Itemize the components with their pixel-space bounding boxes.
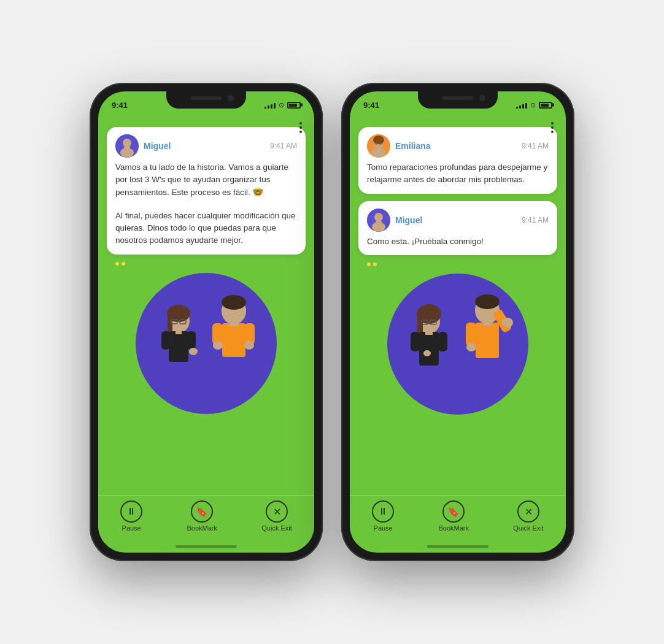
message-meta-miguel-left: Miguel 9:41 AM: [144, 141, 297, 151]
svg-point-16: [222, 295, 246, 310]
message-bubble-miguel-right: Miguel 9:41 AM Como esta. ¡Pruébala conm…: [358, 201, 557, 255]
message-header-emiliana: Emiliana 9:41 AM: [367, 134, 549, 158]
phone-left: 9:41 ⊙: [90, 83, 323, 561]
svg-rect-3: [124, 147, 130, 151]
bookmark-label-left: BookMark: [187, 524, 217, 532]
svg-point-43: [423, 350, 431, 356]
phones-container: 9:41 ⊙: [71, 64, 593, 580]
sender-name-miguel-left: Miguel: [144, 141, 171, 151]
wifi-right: ⊙: [530, 101, 536, 109]
yellow-dots-left: [107, 262, 306, 266]
bar2: [268, 105, 269, 109]
people-circle-left: [136, 273, 277, 414]
rbar2: [519, 105, 521, 109]
svg-point-21: [244, 341, 254, 350]
bar1: [264, 107, 266, 109]
chat-area-right: Emiliana 9:41 AM Tomo reparaciones profu…: [350, 121, 566, 495]
yellow-dots-right: [358, 263, 557, 266]
status-icons-right: ⊙: [516, 101, 552, 109]
rbar4: [525, 103, 527, 109]
speaker-right: [442, 96, 473, 100]
quick-exit-label-right: Quick Exit: [513, 524, 544, 532]
rdot3: [551, 131, 554, 133]
rdot2: [551, 126, 554, 129]
svg-point-51: [502, 318, 513, 328]
message-text-miguel-left: Vamos a tu lado de la historia. Vamos a …: [115, 161, 297, 199]
bookmark-icon-left[interactable]: 🔖: [191, 500, 213, 523]
svg-rect-41: [411, 332, 420, 351]
pause-icon-right[interactable]: ⏸: [372, 500, 394, 523]
svg-rect-52: [483, 320, 492, 326]
dot2: [299, 126, 302, 129]
battery-left: [287, 102, 301, 109]
time-left: 9:41: [112, 101, 128, 110]
svg-rect-17: [222, 323, 245, 357]
svg-point-20: [213, 341, 223, 350]
pause-nav-right[interactable]: ⏸ Pause: [372, 500, 394, 532]
svg-rect-22: [230, 321, 238, 326]
message-time-emiliana: 9:41 AM: [522, 142, 549, 150]
svg-rect-11: [161, 331, 170, 350]
sender-name-miguel-right: Miguel: [395, 215, 422, 225]
signal-right: [516, 101, 527, 109]
battery-fill-right: [541, 104, 549, 107]
home-indicator-right: [427, 545, 488, 548]
signal-left: [264, 101, 276, 109]
bookmark-label-right: BookMark: [438, 524, 469, 532]
message-text-miguel-left-2: Al final, puedes hacer cualquier modific…: [115, 210, 297, 247]
message-bubble-miguel-left: Miguel 9:41 AM Vamos a tu lado de la his…: [107, 127, 306, 255]
quick-exit-nav-right[interactable]: ✕ Quick Exit: [513, 500, 544, 532]
svg-rect-40: [419, 332, 439, 366]
bookmark-nav-left[interactable]: 🔖 BookMark: [187, 500, 217, 532]
menu-dots-left[interactable]: [299, 122, 302, 133]
quick-exit-icon-right[interactable]: ✕: [517, 500, 539, 523]
svg-rect-44: [425, 330, 433, 335]
svg-rect-10: [169, 331, 188, 362]
rydot1: [367, 263, 371, 266]
rydot2: [373, 263, 377, 266]
ydot2: [122, 262, 125, 266]
svg-rect-33: [376, 221, 382, 226]
svg-rect-48: [466, 323, 476, 346]
svg-point-13: [189, 348, 198, 355]
notch-left: [166, 91, 246, 109]
svg-point-46: [475, 294, 500, 309]
quick-exit-label-left: Quick Exit: [261, 524, 292, 532]
dot1: [299, 122, 302, 125]
people-circle-right: [387, 274, 528, 415]
wifi-left: ⊙: [279, 101, 284, 109]
svg-rect-42: [438, 332, 447, 351]
pause-label-left: Pause: [122, 524, 141, 532]
pause-label-right: Pause: [374, 524, 393, 532]
bottom-nav-left: ⏸ Pause 🔖 BookMark ✕ Quick Exit: [98, 495, 314, 543]
message-header-miguel-right: Miguel 9:41 AM: [367, 209, 549, 232]
quick-exit-icon-left[interactable]: ✕: [266, 500, 288, 523]
quick-exit-nav-left[interactable]: ✕ Quick Exit: [261, 500, 292, 532]
svg-rect-12: [187, 331, 196, 350]
battery-fill-left: [289, 104, 297, 107]
ydot1: [115, 262, 119, 266]
menu-dots-right[interactable]: [551, 122, 554, 133]
notch-right: [418, 91, 498, 109]
svg-point-1: [123, 139, 131, 147]
pause-icon-left[interactable]: ⏸: [120, 500, 142, 523]
camera-left: [228, 95, 234, 101]
camera-right: [479, 95, 485, 101]
message-meta-emiliana: Emiliana 9:41 AM: [395, 141, 549, 151]
svg-rect-14: [176, 329, 182, 334]
bookmark-nav-right[interactable]: 🔖 BookMark: [438, 500, 469, 532]
message-header-miguel-left: Miguel 9:41 AM: [115, 134, 297, 158]
message-time-miguel-right: 9:41 AM: [522, 216, 549, 224]
svg-point-50: [466, 343, 476, 351]
message-meta-miguel-right: Miguel 9:41 AM: [395, 215, 549, 225]
pause-nav-left[interactable]: ⏸ Pause: [120, 500, 142, 532]
chat-area-left: Miguel 9:41 AM Vamos a tu lado de la his…: [98, 121, 314, 495]
avatar-emiliana: [367, 134, 390, 158]
bookmark-icon-right[interactable]: 🔖: [442, 500, 465, 523]
rbar1: [516, 107, 518, 109]
message-text-emiliana: Tomo reparaciones profundas para despeja…: [367, 161, 549, 186]
svg-point-25: [372, 148, 385, 158]
bottom-nav-right: ⏸ Pause 🔖 BookMark ✕ Quick Exit: [350, 495, 566, 543]
message-time-miguel-left: 9:41 AM: [270, 142, 297, 150]
svg-rect-47: [476, 323, 499, 358]
